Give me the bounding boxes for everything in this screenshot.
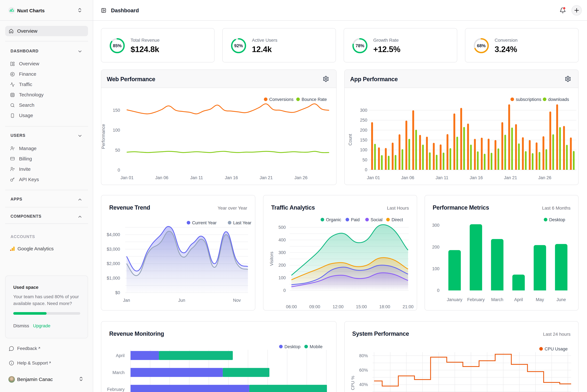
- svg-text:Jan 16: Jan 16: [225, 175, 238, 180]
- svg-text:Visitors: Visitors: [269, 252, 274, 266]
- svg-text:21:00: 21:00: [403, 304, 414, 309]
- svg-text:300: 300: [278, 250, 286, 255]
- svg-text:Jan: Jan: [123, 298, 130, 303]
- svg-text:Jan 21: Jan 21: [504, 175, 517, 180]
- svg-text:0: 0: [365, 168, 367, 172]
- svg-text:100: 100: [360, 148, 367, 152]
- svg-text:40%: 40%: [359, 382, 368, 387]
- svg-text:Count: Count: [348, 134, 353, 146]
- svg-text:February: February: [107, 387, 125, 392]
- svg-text:Jan 21: Jan 21: [260, 175, 273, 180]
- svg-text:15:00: 15:00: [356, 304, 367, 309]
- svg-text:100: 100: [278, 276, 286, 280]
- svg-text:100: 100: [432, 266, 439, 271]
- svg-text:78%: 78%: [355, 43, 364, 48]
- svg-text:downloads: downloads: [548, 97, 569, 102]
- svg-text:subscriptions: subscriptions: [516, 97, 541, 102]
- svg-text:Current Year: Current Year: [192, 220, 217, 225]
- svg-text:Jan 26: Jan 26: [294, 175, 307, 180]
- svg-text:50: 50: [115, 148, 120, 153]
- svg-text:06:00: 06:00: [286, 304, 297, 309]
- svg-text:Desktop: Desktop: [284, 344, 300, 349]
- svg-text:February: February: [467, 297, 485, 302]
- svg-text:$4,000: $4,000: [107, 232, 120, 237]
- svg-text:Jan 26: Jan 26: [538, 175, 551, 180]
- svg-text:$2,000: $2,000: [107, 261, 120, 266]
- svg-text:April: April: [116, 353, 125, 358]
- svg-text:CPU %: CPU %: [350, 376, 355, 390]
- svg-text:Jan 06: Jan 06: [401, 175, 414, 180]
- svg-text:300: 300: [360, 108, 367, 113]
- svg-text:0: 0: [283, 288, 286, 293]
- svg-text:250: 250: [360, 118, 367, 122]
- svg-text:Performance: Performance: [101, 124, 106, 149]
- svg-text:68%: 68%: [477, 43, 485, 48]
- svg-text:92%: 92%: [234, 43, 243, 48]
- svg-text:0: 0: [118, 168, 120, 172]
- svg-text:60%: 60%: [359, 368, 368, 372]
- svg-text:Social: Social: [371, 217, 383, 222]
- svg-text:$3,000: $3,000: [107, 247, 120, 252]
- svg-text:100: 100: [113, 128, 120, 132]
- svg-text:June: June: [556, 297, 566, 302]
- svg-text:Conversions: Conversions: [269, 97, 294, 102]
- svg-text:09:00: 09:00: [309, 304, 320, 309]
- svg-text:May: May: [536, 297, 544, 302]
- svg-text:80%: 80%: [359, 353, 368, 358]
- svg-text:200: 200: [432, 245, 439, 250]
- svg-text:Jan 06: Jan 06: [155, 175, 168, 180]
- svg-text:Jan 01: Jan 01: [120, 175, 134, 180]
- svg-text:500: 500: [278, 225, 286, 230]
- svg-text:85%: 85%: [113, 43, 122, 48]
- svg-text:Last Year: Last Year: [233, 220, 251, 225]
- svg-text:200: 200: [360, 128, 367, 132]
- svg-text:Paid: Paid: [351, 217, 360, 222]
- svg-text:April: April: [514, 297, 523, 302]
- svg-text:March: March: [113, 370, 125, 375]
- svg-text:Mobile: Mobile: [310, 344, 323, 349]
- svg-text:12:00: 12:00: [333, 304, 344, 309]
- svg-text:Nov: Nov: [233, 298, 241, 303]
- svg-text:March: March: [491, 297, 503, 302]
- svg-text:Direct: Direct: [392, 217, 403, 222]
- svg-text:Bounce Rate: Bounce Rate: [302, 97, 327, 102]
- svg-text:Jan 16: Jan 16: [470, 175, 483, 180]
- svg-text:Jun: Jun: [178, 298, 185, 303]
- svg-text:January: January: [447, 297, 463, 302]
- svg-text:$0: $0: [115, 290, 120, 295]
- svg-text:150: 150: [360, 138, 367, 142]
- svg-text:Desktop: Desktop: [549, 217, 565, 222]
- svg-text:CPU Usage: CPU Usage: [545, 346, 568, 351]
- svg-text:400: 400: [278, 238, 286, 242]
- svg-text:Organic: Organic: [326, 217, 341, 222]
- svg-text:$1,000: $1,000: [107, 276, 120, 280]
- svg-text:150: 150: [113, 108, 120, 113]
- svg-text:200: 200: [278, 263, 286, 268]
- svg-text:Jan 11: Jan 11: [435, 175, 448, 180]
- svg-text:300: 300: [432, 223, 439, 228]
- svg-text:Jan 01: Jan 01: [367, 175, 380, 180]
- svg-text:Jan 11: Jan 11: [190, 175, 203, 180]
- svg-text:50: 50: [362, 158, 367, 162]
- svg-text:18:00: 18:00: [379, 304, 390, 309]
- svg-text:0: 0: [437, 288, 439, 293]
